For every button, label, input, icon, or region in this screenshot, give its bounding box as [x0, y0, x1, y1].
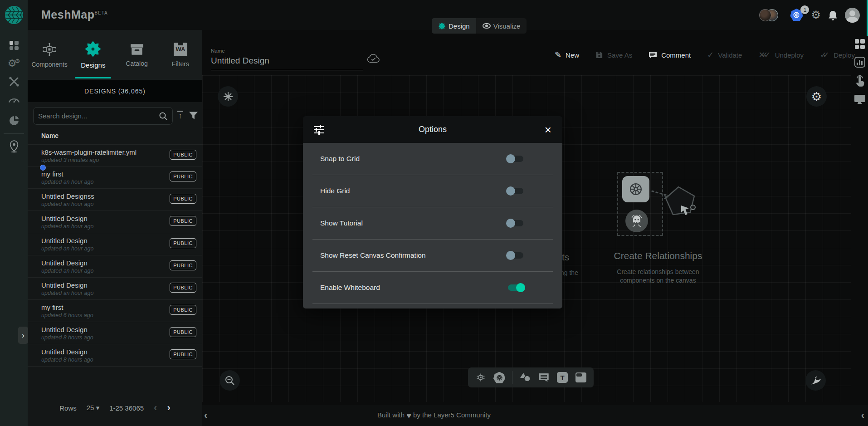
- design-row[interactable]: Untitled Design updated an hour ago PUBL…: [28, 255, 202, 278]
- comment-button[interactable]: Comment: [649, 51, 691, 59]
- header-right-cluster: 1 ⚙: [759, 6, 860, 24]
- hide-grid-toggle[interactable]: [508, 188, 523, 194]
- public-badge: PUBLIC: [170, 150, 196, 160]
- dock-kubernetes-icon[interactable]: [493, 372, 505, 383]
- public-badge: PUBLIC: [170, 216, 196, 226]
- public-badge: PUBLIC: [170, 283, 196, 293]
- meshsync-button[interactable]: [218, 86, 238, 107]
- public-badge: PUBLIC: [170, 171, 196, 181]
- show-tutorial-toggle[interactable]: [508, 220, 523, 226]
- filter-funnel-icon[interactable]: [189, 111, 198, 122]
- show-reset-canvas-confirmation-toggle[interactable]: [508, 252, 523, 259]
- eye-icon: [483, 23, 491, 29]
- upload-design-icon[interactable]: ↑: [177, 111, 183, 121]
- rows-per-page-select[interactable]: 25 ▾: [87, 404, 99, 412]
- catalog-archive-icon: [130, 43, 144, 56]
- kubernetes-node-icon: [622, 176, 649, 202]
- dock-text-icon[interactable]: T: [556, 372, 568, 383]
- meshery-logo[interactable]: [0, 0, 28, 30]
- tab-filters[interactable]: WA Filters: [159, 30, 202, 80]
- prev-page-button[interactable]: ‹: [154, 402, 157, 414]
- occluded-card-title-fragment: ts: [562, 252, 569, 263]
- app-title: MeshMapBETA: [41, 8, 108, 21]
- views-grid-icon[interactable]: [855, 39, 865, 49]
- dock-comment-icon[interactable]: [538, 372, 550, 383]
- right-mini-toolbar: [851, 39, 868, 102]
- display-monitor-icon[interactable]: [854, 95, 865, 102]
- caret-down-icon: ▾: [96, 404, 100, 411]
- design-row[interactable]: k8s-wasm-plugin-ratelimiter.yml updated …: [28, 144, 202, 166]
- design-row[interactable]: Untitled Design updated an hour ago PUBL…: [28, 233, 202, 255]
- pagination-bar: Rows 25 ▾ 1-25 36065 ‹ ›: [28, 402, 202, 414]
- nav-dashboard-icon[interactable]: [0, 36, 28, 54]
- search-input[interactable]: [38, 112, 159, 120]
- dove-icon: [810, 376, 821, 386]
- check-icon: ✓: [707, 51, 714, 59]
- nav-configuration-icon[interactable]: [0, 73, 28, 91]
- rail-divider: [4, 133, 24, 134]
- canvas-settings-button[interactable]: ⚙: [806, 86, 827, 107]
- user-avatar[interactable]: [845, 8, 860, 23]
- nav-extensions-icon[interactable]: [0, 112, 28, 130]
- design-name-input[interactable]: Untitled Design: [211, 56, 363, 70]
- design-row[interactable]: Untitled Design updated an hour ago PUBL…: [28, 278, 202, 300]
- cloud-saved-icon: [366, 54, 380, 64]
- interaction-touch-icon[interactable]: [855, 75, 865, 87]
- deploy-button[interactable]: ✓✓Deploy: [820, 51, 855, 59]
- built-with-label: Built with ♥ by the Layer5 Community: [202, 411, 666, 421]
- onboarding-title: Create Relationships: [601, 250, 715, 261]
- analytics-chart-icon[interactable]: [854, 57, 865, 68]
- kubernetes-context-button[interactable]: 1: [790, 9, 804, 21]
- nav-meshmap-pin-icon[interactable]: [0, 137, 28, 156]
- tab-design[interactable]: Design: [432, 18, 476, 34]
- column-header-name: Name: [41, 132, 59, 139]
- dove-button[interactable]: [805, 370, 826, 391]
- tab-catalog[interactable]: Catalog: [115, 30, 159, 80]
- floppy-save-icon: [595, 51, 603, 59]
- canvas-footer: ‹ Built with ♥ by the Layer5 Community ‹: [202, 405, 868, 426]
- panel-expander-chevron[interactable]: ›: [18, 327, 28, 344]
- public-badge: PUBLIC: [170, 305, 196, 315]
- mode-toggle: Design Visualize: [432, 18, 527, 34]
- dock-media-icon[interactable]: [575, 372, 587, 383]
- close-icon[interactable]: ×: [545, 124, 551, 136]
- mesh-logo-icon: [5, 5, 24, 24]
- nav-lifecycle-icon[interactable]: ⚙⚙: [0, 54, 28, 73]
- dock-divider: [512, 371, 512, 384]
- design-row[interactable]: Untitled Designss updated an hour ago PU…: [28, 189, 202, 211]
- validate-button[interactable]: ✓Validate: [707, 51, 742, 59]
- collaborator-avatar-1[interactable]: [759, 9, 771, 21]
- double-check-icon: ✓✓: [820, 51, 829, 59]
- tab-components[interactable]: Components: [28, 30, 71, 80]
- dock-components-icon[interactable]: [475, 372, 487, 383]
- snap-to-grid-toggle[interactable]: [508, 156, 523, 162]
- design-row[interactable]: Untitled Design updated an hour ago PUBL…: [28, 211, 202, 233]
- tab-visualize[interactable]: Visualize: [476, 18, 527, 34]
- public-badge: PUBLIC: [170, 260, 196, 270]
- save-as-button[interactable]: Save As: [595, 51, 632, 59]
- comment-icon: [649, 51, 657, 59]
- search-icon[interactable]: [159, 112, 168, 121]
- design-row[interactable]: my first updated an hour ago PUBLIC: [28, 166, 202, 189]
- enable-whiteboard-toggle[interactable]: [508, 284, 523, 291]
- tab-designs[interactable]: Designs: [71, 30, 115, 80]
- design-spiral-icon: [438, 22, 446, 30]
- pentagon-shape: [661, 184, 702, 223]
- beta-tag: BETA: [94, 10, 107, 15]
- nav-performance-icon[interactable]: [0, 91, 28, 109]
- meshery-squid-icon: [625, 210, 648, 232]
- zoom-out-button[interactable]: [219, 370, 240, 391]
- collapse-right-chevron[interactable]: ‹: [861, 410, 864, 421]
- new-button[interactable]: ✎New: [555, 51, 579, 59]
- design-row[interactable]: Untitled Design updated 8 hours ago PUBL…: [28, 344, 202, 367]
- dock-shapes-icon[interactable]: [519, 372, 531, 383]
- notifications-bell-icon[interactable]: [828, 10, 838, 20]
- next-page-button[interactable]: ›: [167, 402, 170, 414]
- settings-gear-icon[interactable]: ⚙: [811, 10, 821, 20]
- options-modal: Options × Snap to Grid Hide Grid Show Tu…: [303, 116, 562, 308]
- modal-body: Snap to Grid Hide Grid Show Tutorial Sho…: [303, 143, 562, 308]
- undeploy-button[interactable]: ✕✓✓Undeploy: [758, 51, 804, 59]
- option-show-reset-confirmation: Show Reset Canvas Confirmation: [312, 240, 553, 272]
- design-row[interactable]: Untitled Design updated 8 hours ago PUBL…: [28, 322, 202, 344]
- design-row[interactable]: my first updated 6 hours ago PUBLIC: [28, 300, 202, 322]
